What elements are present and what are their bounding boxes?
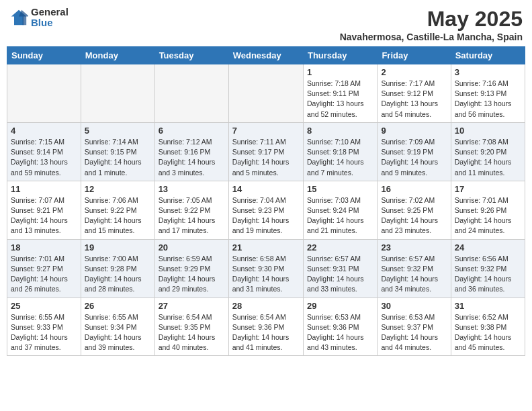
calendar-week-row: 1Sunrise: 7:18 AMSunset: 9:11 PMDaylight… <box>7 64 525 123</box>
calendar-week-row: 11Sunrise: 7:07 AMSunset: 9:21 PMDayligh… <box>7 181 525 239</box>
calendar-cell: 1Sunrise: 7:18 AMSunset: 9:11 PMDaylight… <box>303 64 377 123</box>
day-info: Sunrise: 7:15 AMSunset: 9:14 PMDaylight:… <box>11 137 77 178</box>
day-info: Sunrise: 7:01 AMSunset: 9:27 PMDaylight:… <box>11 254 77 295</box>
day-info: Sunrise: 7:06 AMSunset: 9:22 PMDaylight:… <box>85 195 151 236</box>
calendar-cell: 20Sunrise: 6:59 AMSunset: 9:29 PMDayligh… <box>154 239 228 298</box>
day-info: Sunrise: 6:55 AMSunset: 9:34 PMDaylight:… <box>85 312 151 353</box>
logo-blue: Blue <box>31 17 53 28</box>
calendar-cell <box>7 64 81 123</box>
day-number: 29 <box>307 301 373 311</box>
calendar-cell: 27Sunrise: 6:54 AMSunset: 9:35 PMDayligh… <box>154 298 228 356</box>
calendar-cell: 7Sunrise: 7:11 AMSunset: 9:17 PMDaylight… <box>228 122 303 181</box>
calendar-cell <box>228 64 303 123</box>
day-number: 18 <box>11 242 77 253</box>
calendar-table: SundayMondayTuesdayWednesdayThursdayFrid… <box>7 46 525 356</box>
logo-general: General <box>31 6 69 17</box>
day-number: 25 <box>11 301 77 311</box>
calendar-cell: 12Sunrise: 7:06 AMSunset: 9:22 PMDayligh… <box>81 181 154 239</box>
day-number: 5 <box>85 126 151 136</box>
column-header-thursday: Thursday <box>303 47 377 64</box>
day-info: Sunrise: 7:09 AMSunset: 9:19 PMDaylight:… <box>381 137 447 178</box>
day-number: 10 <box>455 126 521 136</box>
day-info: Sunrise: 7:10 AMSunset: 9:18 PMDaylight:… <box>307 137 373 178</box>
logo-icon <box>9 8 28 27</box>
day-info: Sunrise: 7:02 AMSunset: 9:25 PMDaylight:… <box>381 195 447 236</box>
column-header-wednesday: Wednesday <box>228 47 303 64</box>
day-info: Sunrise: 6:54 AMSunset: 9:35 PMDaylight:… <box>159 312 225 353</box>
day-number: 6 <box>159 126 225 136</box>
day-info: Sunrise: 6:57 AMSunset: 9:32 PMDaylight:… <box>381 254 447 295</box>
day-number: 2 <box>381 67 447 77</box>
calendar-cell: 18Sunrise: 7:01 AMSunset: 9:27 PMDayligh… <box>7 239 81 298</box>
day-number: 31 <box>455 301 521 311</box>
month-title: May 2025 <box>340 7 523 32</box>
day-info: Sunrise: 7:17 AMSunset: 9:12 PMDaylight:… <box>381 79 447 120</box>
day-info: Sunrise: 6:55 AMSunset: 9:33 PMDaylight:… <box>11 312 77 353</box>
day-number: 8 <box>307 126 373 136</box>
day-info: Sunrise: 7:18 AMSunset: 9:11 PMDaylight:… <box>307 79 373 120</box>
calendar-cell: 22Sunrise: 6:57 AMSunset: 9:31 PMDayligh… <box>303 239 377 298</box>
day-info: Sunrise: 7:07 AMSunset: 9:21 PMDaylight:… <box>11 195 77 236</box>
day-info: Sunrise: 6:56 AMSunset: 9:32 PMDaylight:… <box>455 254 521 295</box>
day-number: 24 <box>455 242 521 253</box>
logo: General Blue <box>9 7 69 28</box>
page-header: General Blue May 2025 Navahermosa, Casti… <box>7 7 525 42</box>
day-info: Sunrise: 7:12 AMSunset: 9:16 PMDaylight:… <box>159 137 225 178</box>
day-info: Sunrise: 7:08 AMSunset: 9:20 PMDaylight:… <box>455 137 521 178</box>
calendar-cell <box>81 64 154 123</box>
calendar-cell: 26Sunrise: 6:55 AMSunset: 9:34 PMDayligh… <box>81 298 154 356</box>
day-info: Sunrise: 7:11 AMSunset: 9:17 PMDaylight:… <box>232 137 300 178</box>
calendar-cell: 24Sunrise: 6:56 AMSunset: 9:32 PMDayligh… <box>451 239 525 298</box>
day-info: Sunrise: 6:53 AMSunset: 9:36 PMDaylight:… <box>307 312 373 353</box>
column-header-tuesday: Tuesday <box>154 47 228 64</box>
column-header-sunday: Sunday <box>7 47 81 64</box>
column-header-saturday: Saturday <box>451 47 525 64</box>
calendar-cell: 6Sunrise: 7:12 AMSunset: 9:16 PMDaylight… <box>154 122 228 181</box>
day-number: 1 <box>307 67 373 77</box>
title-block: May 2025 Navahermosa, Castille-La Mancha… <box>340 7 523 42</box>
calendar-cell: 13Sunrise: 7:05 AMSunset: 9:22 PMDayligh… <box>154 181 228 239</box>
calendar-cell: 4Sunrise: 7:15 AMSunset: 9:14 PMDaylight… <box>7 122 81 181</box>
day-number: 7 <box>232 126 300 136</box>
day-number: 20 <box>159 242 225 253</box>
calendar-cell: 15Sunrise: 7:03 AMSunset: 9:24 PMDayligh… <box>303 181 377 239</box>
day-info: Sunrise: 7:14 AMSunset: 9:15 PMDaylight:… <box>85 137 151 178</box>
day-number: 9 <box>381 126 447 136</box>
day-number: 30 <box>381 301 447 311</box>
day-info: Sunrise: 7:16 AMSunset: 9:13 PMDaylight:… <box>455 79 521 120</box>
calendar-cell: 3Sunrise: 7:16 AMSunset: 9:13 PMDaylight… <box>451 64 525 123</box>
calendar-cell: 8Sunrise: 7:10 AMSunset: 9:18 PMDaylight… <box>303 122 377 181</box>
calendar-cell: 19Sunrise: 7:00 AMSunset: 9:28 PMDayligh… <box>81 239 154 298</box>
day-number: 4 <box>11 126 77 136</box>
day-info: Sunrise: 6:58 AMSunset: 9:30 PMDaylight:… <box>232 254 300 295</box>
day-number: 26 <box>85 301 151 311</box>
calendar-week-row: 18Sunrise: 7:01 AMSunset: 9:27 PMDayligh… <box>7 239 525 298</box>
day-info: Sunrise: 6:53 AMSunset: 9:37 PMDaylight:… <box>381 312 447 353</box>
day-number: 17 <box>455 184 521 194</box>
day-number: 21 <box>232 242 300 253</box>
day-number: 19 <box>85 242 151 253</box>
calendar-cell: 29Sunrise: 6:53 AMSunset: 9:36 PMDayligh… <box>303 298 377 356</box>
calendar-cell: 25Sunrise: 6:55 AMSunset: 9:33 PMDayligh… <box>7 298 81 356</box>
calendar-week-row: 4Sunrise: 7:15 AMSunset: 9:14 PMDaylight… <box>7 122 525 181</box>
day-number: 13 <box>159 184 225 194</box>
column-header-monday: Monday <box>81 47 154 64</box>
column-header-friday: Friday <box>378 47 451 64</box>
day-info: Sunrise: 7:03 AMSunset: 9:24 PMDaylight:… <box>307 195 373 236</box>
day-info: Sunrise: 6:52 AMSunset: 9:38 PMDaylight:… <box>455 312 521 353</box>
calendar-cell: 23Sunrise: 6:57 AMSunset: 9:32 PMDayligh… <box>378 239 451 298</box>
day-number: 27 <box>159 301 225 311</box>
calendar-cell: 30Sunrise: 6:53 AMSunset: 9:37 PMDayligh… <box>378 298 451 356</box>
calendar-cell: 11Sunrise: 7:07 AMSunset: 9:21 PMDayligh… <box>7 181 81 239</box>
calendar-week-row: 25Sunrise: 6:55 AMSunset: 9:33 PMDayligh… <box>7 298 525 356</box>
calendar-cell: 10Sunrise: 7:08 AMSunset: 9:20 PMDayligh… <box>451 122 525 181</box>
location-title: Navahermosa, Castille-La Mancha, Spain <box>340 32 523 42</box>
calendar-cell: 14Sunrise: 7:04 AMSunset: 9:23 PMDayligh… <box>228 181 303 239</box>
calendar-cell: 16Sunrise: 7:02 AMSunset: 9:25 PMDayligh… <box>378 181 451 239</box>
day-number: 23 <box>381 242 447 253</box>
calendar-cell: 31Sunrise: 6:52 AMSunset: 9:38 PMDayligh… <box>451 298 525 356</box>
calendar-cell: 2Sunrise: 7:17 AMSunset: 9:12 PMDaylight… <box>378 64 451 123</box>
day-number: 11 <box>11 184 77 194</box>
calendar-cell: 21Sunrise: 6:58 AMSunset: 9:30 PMDayligh… <box>228 239 303 298</box>
calendar-header-row: SundayMondayTuesdayWednesdayThursdayFrid… <box>7 47 525 64</box>
